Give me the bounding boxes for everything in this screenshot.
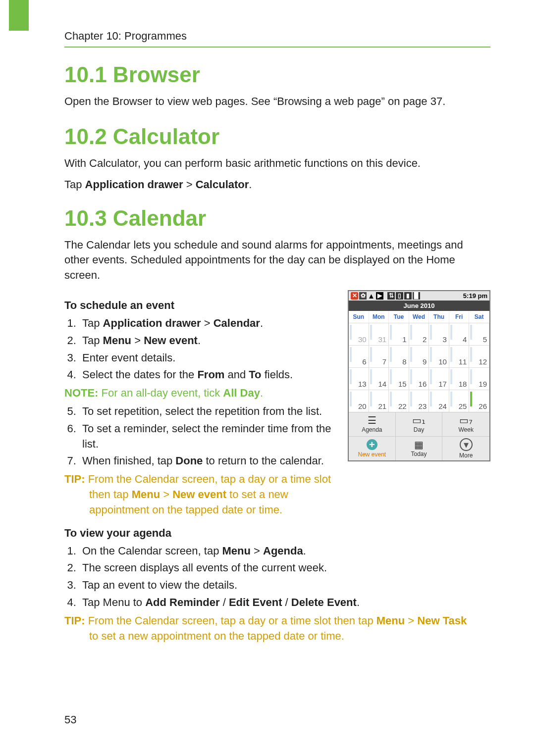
- status-icon-signal: ▮: [404, 292, 412, 300]
- event-indicator: [390, 325, 392, 340]
- day-number: 9: [423, 357, 427, 366]
- event-indicator: [470, 369, 472, 384]
- event-indicator: [350, 325, 352, 340]
- agenda-tip: TIP: From the Calendar screen, tap a day…: [64, 613, 490, 644]
- event-indicator: [410, 369, 412, 384]
- section-10-2-heading: 10.2 Calculator: [64, 124, 490, 149]
- event-indicator: [350, 347, 352, 362]
- calendar-day-cell[interactable]: 25: [449, 390, 470, 412]
- event-indicator: [450, 325, 452, 340]
- day-number: 17: [438, 380, 447, 388]
- calendar-day-cell[interactable]: 12: [469, 345, 489, 367]
- calendar-day-cell[interactable]: 22: [389, 390, 409, 412]
- calendar-day-cell[interactable]: 1: [389, 323, 409, 345]
- schedule-subhead: To schedule an event: [64, 299, 339, 312]
- tip-lead: TIP:: [64, 473, 85, 485]
- event-indicator: [390, 369, 392, 384]
- schedule-steps-2: To set repetition, select the repetition…: [64, 404, 339, 469]
- calendar-day-cell[interactable]: 7: [369, 345, 389, 367]
- day-number: 24: [438, 402, 447, 410]
- day-number: 5: [483, 335, 487, 344]
- event-indicator: [410, 347, 412, 362]
- calendar-day-cell[interactable]: 4: [449, 323, 470, 345]
- today-button[interactable]: ▦Today: [396, 436, 443, 460]
- event-indicator: [450, 392, 452, 406]
- event-indicator: [450, 369, 452, 384]
- event-indicator: [390, 347, 392, 362]
- event-indicator: [430, 325, 432, 340]
- calendar-day-cell[interactable]: 31: [369, 323, 389, 345]
- calendar-day-cell[interactable]: 23: [409, 390, 429, 412]
- calendar-day-cell[interactable]: 9: [409, 345, 429, 367]
- event-indicator: [470, 392, 472, 406]
- calendar-grid: 3031123456789101112131415161718192021222…: [349, 323, 489, 412]
- day-number: 11: [459, 357, 467, 366]
- agenda-step-1: On the Calendar screen, tap Menu > Agend…: [79, 544, 490, 559]
- calendar-day-cell[interactable]: 2: [409, 323, 429, 345]
- calendar-day-cell[interactable]: 6: [349, 345, 369, 367]
- day-number: 26: [479, 402, 487, 410]
- calendar-day-cell[interactable]: 5: [469, 323, 489, 345]
- day-number: 10: [438, 357, 447, 366]
- calendar-day-cell[interactable]: 24: [429, 390, 449, 412]
- schedule-step-1: Tap Application drawer > Calendar.: [79, 316, 339, 331]
- schedule-steps-1: Tap Application drawer > Calendar. Tap M…: [64, 316, 339, 383]
- agenda-button[interactable]: ☰Agenda: [349, 412, 396, 436]
- tip-lead-2: TIP:: [64, 614, 85, 627]
- day-number: 3: [443, 335, 447, 344]
- calendar-day-cell[interactable]: 18: [449, 367, 470, 390]
- more-icon: ▾: [460, 438, 473, 451]
- schedule-step-3: Enter event details.: [79, 351, 339, 366]
- page-number: 53: [64, 713, 76, 726]
- calendar-week-row: 20212223242526: [349, 390, 489, 412]
- calendar-day-cell[interactable]: 14: [369, 367, 389, 390]
- calendar-day-cell[interactable]: 19: [469, 367, 489, 390]
- calendar-day-cell[interactable]: 30: [349, 323, 369, 345]
- event-indicator: [370, 392, 372, 406]
- calendar-day-cell[interactable]: 15: [389, 367, 409, 390]
- calculator-body: With Calculator, you can perform basic a…: [64, 156, 490, 171]
- calendar-week-row: 13141516171819: [349, 367, 489, 390]
- chapter-header: Chapter 10: Programmes: [64, 30, 490, 47]
- calendar-day-cell[interactable]: 17: [429, 367, 449, 390]
- calendar-day-cell[interactable]: 11: [449, 345, 470, 367]
- calendar-day-cell[interactable]: 3: [429, 323, 449, 345]
- section-10-1-heading: 10.1 Browser: [64, 62, 490, 87]
- calendar-day-cell[interactable]: 16: [409, 367, 429, 390]
- schedule-step-7: When finished, tap Done to return to the…: [79, 454, 339, 469]
- calendar-body: The Calendar lets you schedule and sound…: [64, 238, 490, 283]
- day-number: 6: [362, 357, 366, 366]
- day-number: 23: [419, 402, 427, 410]
- agenda-step-2: The screen displays all events of the cu…: [79, 560, 490, 576]
- calendar-day-cell[interactable]: 20: [349, 390, 369, 412]
- calendar-day-cell[interactable]: 8: [389, 345, 409, 367]
- browser-body: Open the Browser to view web pages. See …: [64, 94, 490, 109]
- schedule-step-2: Tap Menu > New event.: [79, 333, 339, 349]
- calendar-day-cell[interactable]: 13: [349, 367, 369, 390]
- day-number: 4: [463, 335, 467, 344]
- section-color-tab: [9, 0, 29, 31]
- calendar-day-cell[interactable]: 21: [369, 390, 389, 412]
- schedule-step-4: Select the dates for the From and To fie…: [79, 367, 339, 383]
- event-indicator: [470, 347, 472, 362]
- day-button[interactable]: ▭₁Day: [396, 412, 443, 436]
- section-10-3-heading: 10.3 Calendar: [64, 206, 490, 231]
- event-indicator: [410, 392, 412, 406]
- event-indicator: [410, 325, 412, 340]
- new-event-button[interactable]: +New event: [349, 436, 396, 460]
- event-indicator: [350, 392, 352, 406]
- event-indicator: [470, 325, 472, 340]
- more-button[interactable]: ▾More: [442, 436, 489, 460]
- day-number: 8: [402, 357, 406, 366]
- calendar-day-cell[interactable]: 26: [469, 390, 489, 412]
- day-number: 16: [419, 380, 427, 388]
- day-number: 2: [423, 335, 427, 344]
- week-button[interactable]: ▭₇Week: [442, 412, 489, 436]
- agenda-step-3: Tap an event to view the details.: [79, 578, 490, 593]
- status-icon-1: ✕: [351, 292, 358, 300]
- day-number: 15: [398, 380, 407, 388]
- calendar-day-cell[interactable]: 10: [429, 345, 449, 367]
- calendar-week-row: 303112345: [349, 323, 489, 345]
- left-column: To schedule an event Tap Application dra…: [64, 290, 339, 544]
- header-rule: [64, 47, 490, 48]
